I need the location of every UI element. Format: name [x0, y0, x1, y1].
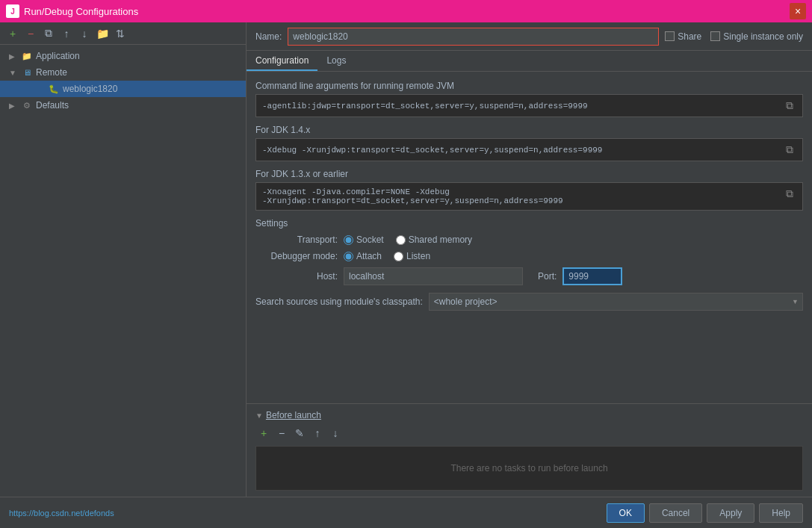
tree-toolbar: + − ⧉ ↑ ↓ 📁 ⇅ — [0, 22, 246, 45]
classpath-select[interactable]: <whole project> — [429, 293, 803, 311]
before-launch-toolbar: + − ✎ ↑ ↓ — [255, 425, 803, 441]
defaults-icon: ⚙ — [21, 99, 33, 111]
copy-config-button[interactable]: ⧉ — [40, 25, 57, 42]
jdk14-value: -Xdebug -Xrunjdwp:transport=dt_socket,se… — [262, 146, 783, 155]
single-instance-checkbox[interactable] — [710, 31, 720, 41]
dialog-overlay: J Run/Debug Configurations × + − ⧉ ↑ ↓ 📁… — [0, 0, 812, 528]
before-launch-header: ▼ Before launch — [255, 410, 803, 420]
copy-jdk14-button[interactable]: ⧉ — [783, 143, 796, 156]
socket-label: Socket — [356, 235, 384, 245]
dialog-title: Run/Debug Configurations — [24, 6, 138, 17]
before-launch-section: ▼ Before launch + − ✎ ↑ ↓ There are no t… — [247, 403, 812, 497]
remove-config-button[interactable]: − — [22, 25, 39, 42]
sort-button[interactable]: ⇅ — [112, 25, 128, 42]
tree-item-remote[interactable]: ▼ 🖥 Remote — [0, 64, 246, 81]
command-line-label: Command line arguments for running remot… — [255, 81, 803, 91]
classpath-label: Search sources using module's classpath: — [255, 296, 423, 307]
weblogic-config-icon: 🐛 — [48, 83, 60, 95]
jdk13-label: For JDK 1.3.x or earlier — [255, 169, 803, 179]
host-input[interactable] — [344, 267, 523, 285]
dialog-footer: https://blog.csdn.net/defonds OK Cancel … — [0, 497, 812, 528]
tree-item-weblogic1820[interactable]: 🐛 weblogic1820 — [0, 81, 246, 97]
attach-radio[interactable] — [344, 252, 353, 261]
before-launch-down-button[interactable]: ↓ — [327, 425, 344, 441]
host-port-row: Host: Port: — [255, 267, 803, 285]
port-input[interactable] — [562, 267, 622, 285]
before-launch-area: There are no tasks to run before launch — [255, 446, 803, 491]
name-input[interactable] — [288, 28, 659, 46]
move-down-button[interactable]: ↓ — [76, 25, 93, 42]
debugger-mode-row: Debugger mode: Attach Listen — [255, 251, 803, 261]
move-up-button[interactable]: ↑ — [58, 25, 75, 42]
expand-arrow-defaults: ▶ — [9, 102, 18, 110]
jdk14-block: -Xdebug -Xrunjdwp:transport=dt_socket,se… — [255, 138, 803, 161]
add-config-button[interactable]: + — [4, 25, 21, 42]
configuration-tree: ▶ 📁 Application ▼ 🖥 Remote 🐛 weblogic182… — [0, 45, 246, 497]
jdk13-block: -Xnoagent -Djava.compiler=NONE -Xdebug -… — [255, 182, 803, 211]
ok-button[interactable]: OK — [607, 503, 645, 523]
before-launch-empty-message: There are no tasks to run before launch — [436, 448, 622, 488]
copy-command-line-button[interactable]: ⧉ — [783, 99, 796, 112]
port-field-label: Port: — [538, 271, 557, 282]
app-icon: J — [6, 4, 19, 18]
cancel-button[interactable]: Cancel — [649, 503, 702, 523]
expand-arrow-application: ▶ — [9, 52, 18, 60]
help-button[interactable]: Help — [759, 503, 803, 523]
folder-button[interactable]: 📁 — [94, 25, 111, 42]
socket-radio-label[interactable]: Socket — [344, 235, 384, 245]
listen-label: Listen — [406, 251, 430, 261]
application-folder-icon: 📁 — [21, 50, 33, 62]
settings-title: Settings — [255, 218, 803, 229]
tab-logs[interactable]: Logs — [317, 51, 355, 71]
expand-arrow-remote: ▼ — [9, 69, 18, 77]
shared-memory-radio-label[interactable]: Shared memory — [396, 235, 472, 245]
tree-item-defaults[interactable]: ▶ ⚙ Defaults — [0, 97, 246, 114]
single-instance-label: Single instance only — [723, 31, 803, 42]
application-label: Application — [36, 51, 80, 61]
defaults-label: Defaults — [36, 100, 69, 111]
close-button[interactable]: × — [790, 3, 806, 19]
single-instance-checkbox-label[interactable]: Single instance only — [710, 31, 803, 42]
copy-jdk13-button[interactable]: ⧉ — [783, 187, 796, 200]
remote-folder-icon: 🖥 — [21, 66, 33, 78]
before-launch-edit-button[interactable]: ✎ — [291, 425, 308, 441]
share-label: Share — [678, 31, 701, 42]
before-launch-remove-button[interactable]: − — [273, 425, 290, 441]
before-launch-add-button[interactable]: + — [255, 425, 272, 441]
host-field-label: Host: — [255, 271, 338, 282]
before-launch-title: Before launch — [266, 410, 321, 420]
apply-button[interactable]: Apply — [707, 503, 754, 523]
before-launch-up-button[interactable]: ↑ — [309, 425, 326, 441]
name-field-label: Name: — [255, 31, 282, 42]
command-line-block: -agentlib:jdwp=transport=dt_socket,serve… — [255, 94, 803, 117]
transport-row: Transport: Socket Shared memory — [255, 235, 803, 245]
debugger-mode-radio-group: Attach Listen — [344, 251, 430, 261]
config-tabs: Configuration Logs — [247, 51, 812, 72]
socket-radio[interactable] — [344, 235, 353, 245]
jdk14-label: For JDK 1.4.x — [255, 125, 803, 135]
dialog-body: + − ⧉ ↑ ↓ 📁 ⇅ ▶ 📁 Application ▼ 🖥 — [0, 22, 812, 497]
left-panel: + − ⧉ ↑ ↓ 📁 ⇅ ▶ 📁 Application ▼ 🖥 — [0, 22, 247, 497]
shared-memory-label: Shared memory — [409, 235, 472, 245]
share-checkbox[interactable] — [665, 31, 675, 41]
config-content: Command line arguments for running remot… — [247, 72, 812, 403]
tree-item-application[interactable]: ▶ 📁 Application — [0, 48, 246, 64]
tab-configuration[interactable]: Configuration — [247, 51, 317, 71]
command-line-value: -agentlib:jdwp=transport=dt_socket,serve… — [262, 102, 783, 111]
shared-memory-radio[interactable] — [396, 235, 406, 245]
footer-link[interactable]: https://blog.csdn.net/defonds — [9, 509, 114, 518]
jdk13-line1: -Xnoagent -Djava.compiler=NONE -Xdebug — [262, 187, 563, 196]
share-area: Share Single instance only — [665, 31, 803, 42]
weblogic-label: weblogic1820 — [63, 84, 117, 94]
attach-radio-label[interactable]: Attach — [344, 251, 382, 261]
title-bar-left: J Run/Debug Configurations — [6, 4, 138, 18]
title-bar: J Run/Debug Configurations × — [0, 0, 812, 22]
listen-radio[interactable] — [394, 252, 403, 261]
attach-label: Attach — [356, 251, 382, 261]
before-launch-arrow: ▼ — [255, 411, 263, 420]
share-checkbox-label[interactable]: Share — [665, 31, 701, 42]
listen-radio-label[interactable]: Listen — [394, 251, 430, 261]
debugger-mode-label: Debugger mode: — [255, 251, 338, 261]
jdk13-lines: -Xnoagent -Djava.compiler=NONE -Xdebug -… — [262, 187, 563, 205]
settings-section: Settings Transport: Socket Shared memory — [255, 218, 803, 285]
